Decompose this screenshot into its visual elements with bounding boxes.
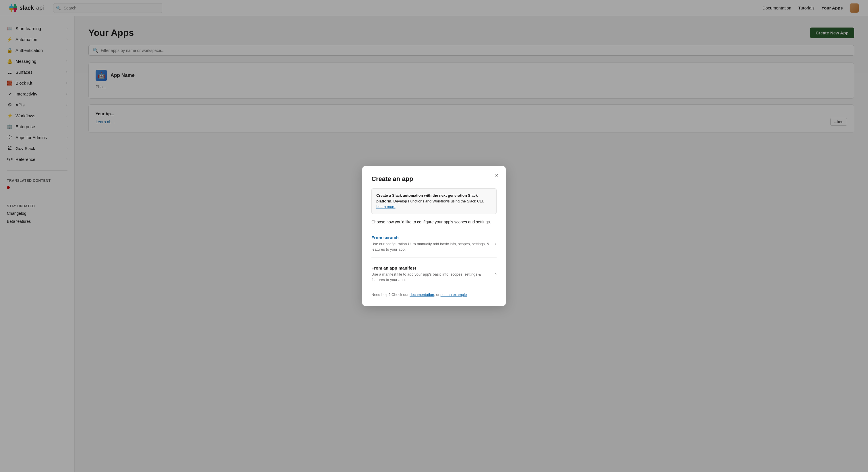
modal-divider: [371, 259, 497, 259]
info-banner: Create a Slack automation with the next …: [371, 189, 497, 214]
from-scratch-desc: Use our configuration UI to manually add…: [371, 241, 491, 252]
info-banner-text: Develop Functions and Workflows using th…: [393, 199, 484, 203]
modal-title: Create an app: [371, 175, 497, 183]
modal-close-button[interactable]: ×: [493, 172, 500, 179]
help-example-link[interactable]: see an example: [441, 293, 467, 297]
modal-help-text: Need help? Check our documentation, or s…: [371, 293, 497, 297]
from-scratch-title: From scratch: [371, 235, 491, 240]
modal-overlay[interactable]: Create an app × Create a Slack automatio…: [0, 0, 868, 472]
from-manifest-option[interactable]: From an app manifest Use a manifest file…: [371, 260, 497, 288]
from-scratch-chevron-icon: ›: [495, 241, 497, 246]
from-scratch-option[interactable]: From scratch Use our configuration UI to…: [371, 230, 497, 258]
info-banner-link[interactable]: Learn more: [376, 204, 395, 209]
from-manifest-chevron-icon: ›: [495, 272, 497, 277]
help-doc-link[interactable]: documentation: [410, 293, 434, 297]
from-manifest-desc: Use a manifest file to add your app's ba…: [371, 272, 491, 283]
from-manifest-title: From an app manifest: [371, 266, 491, 270]
modal-subtitle: Choose how you'd like to configure your …: [371, 220, 497, 224]
create-app-modal: Create an app × Create a Slack automatio…: [362, 166, 506, 306]
